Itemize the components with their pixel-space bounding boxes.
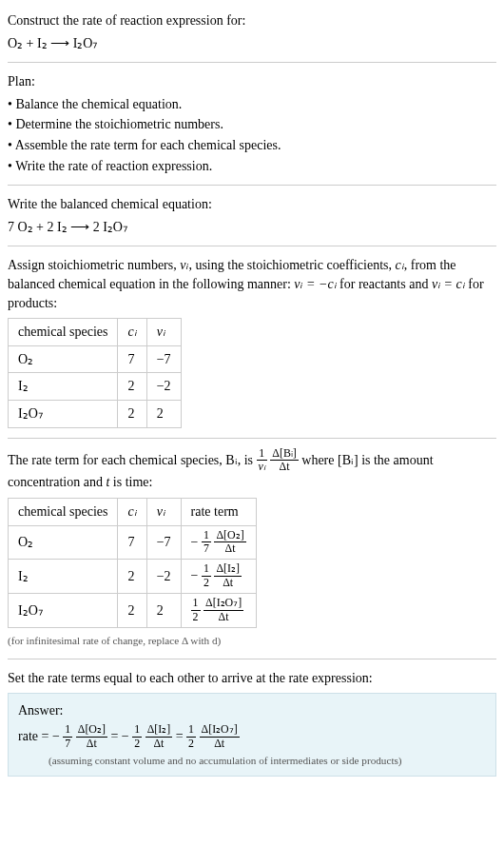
col-nu: νᵢ [146, 498, 181, 525]
cell-rateterm: − 17 Δ[O₂]Δt [181, 525, 256, 560]
plan-heading: Plan: [8, 72, 496, 91]
table-row: O₂ 7 −7 − 17 Δ[O₂]Δt [9, 525, 257, 560]
text: Assign stoichiometric numbers, [8, 258, 180, 272]
equals: = [110, 728, 121, 742]
delta-frac: Δ[O₂]Δt [214, 530, 245, 556]
divider [8, 185, 496, 186]
relation-products: νᵢ = cᵢ [432, 277, 465, 291]
cell-species: I₂ [9, 373, 118, 401]
answer-box: Answer: rate = − 17 Δ[O₂]Δt = − 12 Δ[I₂]… [8, 693, 496, 777]
frac-num: 1 [202, 530, 211, 543]
coef-frac: 12 [191, 598, 201, 623]
table-row: I₂O₇ 2 2 [9, 400, 182, 427]
frac-den: 7 [202, 542, 211, 555]
cell-c: 2 [118, 373, 146, 401]
final-heading: Set the rate terms equal to each other t… [8, 669, 496, 688]
cell-c: 2 [118, 594, 146, 628]
plan-item-text: Assemble the rate term for each chemical… [15, 138, 281, 152]
table-row: I₂ 2 −2 [9, 373, 182, 401]
plan-item: • Assemble the rate term for each chemic… [8, 136, 496, 155]
plan-item-text: Write the rate of reaction expression. [15, 159, 212, 173]
sign: − [122, 728, 129, 742]
table-row: I₂O₇ 2 2 12 Δ[I₂O₇]Δt [9, 594, 257, 628]
cell-rateterm: − 12 Δ[I₂]Δt [181, 560, 256, 594]
rate-expression: rate = − 17 Δ[O₂]Δt = − 12 Δ[I₂]Δt = 12 … [18, 724, 486, 750]
sign: − [52, 728, 60, 742]
table-row: I₂ 2 −2 − 12 Δ[I₂]Δt [9, 560, 257, 594]
text: for reactants and [337, 277, 432, 291]
frac-num: Δ[I₂] [145, 724, 173, 738]
coef-frac: 17 [63, 724, 72, 750]
col-c: cᵢ [118, 319, 146, 346]
sign: − [191, 568, 199, 582]
frac-num: 1 [63, 724, 72, 738]
cell-species: O₂ [9, 345, 118, 373]
col-c: cᵢ [118, 498, 146, 525]
stoich-table: chemical species cᵢ νᵢ O₂ 7 −7 I₂ 2 −2 I… [8, 318, 182, 427]
answer-label: Answer: [18, 701, 486, 720]
frac-num: Δ[O₂] [76, 724, 107, 738]
col-species: chemical species [9, 319, 118, 346]
table-row: O₂ 7 −7 [9, 345, 182, 373]
cell-c: 7 [118, 345, 146, 373]
frac-num: 1 [186, 724, 196, 738]
plan-item-text: Determine the stoichiometric numbers. [15, 117, 223, 131]
frac-den: Δt [270, 461, 299, 473]
frac-num: 1 [202, 563, 211, 577]
cell-rateterm: 12 Δ[I₂O₇]Δt [181, 594, 256, 628]
cell-nu: 2 [146, 400, 181, 427]
frac-num: 1 [132, 724, 142, 738]
prompt-equation: O₂ + I₂ ⟶ I₂O₇ [8, 34, 496, 53]
c-i: cᵢ [396, 258, 404, 272]
frac-num: Δ[I₂] [214, 563, 242, 577]
text: is time: [109, 475, 152, 489]
coef-frac: 12 [202, 563, 211, 589]
relation-reactants: νᵢ = −cᵢ [294, 277, 336, 291]
cell-c: 2 [118, 560, 146, 594]
frac-num: 1 [257, 448, 267, 462]
assumption-note: (assuming constant volume and no accumul… [48, 754, 486, 769]
coef-frac: 17 [202, 530, 211, 556]
cell-nu: −2 [146, 373, 181, 401]
frac-den: 2 [186, 738, 196, 750]
frac-num: Δ[I₂O₇] [204, 598, 243, 611]
coef-frac: 12 [186, 724, 196, 750]
cell-c: 2 [118, 400, 146, 427]
cell-c: 7 [118, 525, 146, 560]
divider [8, 62, 496, 63]
frac-den: 2 [132, 738, 142, 750]
rate-label: rate = [18, 728, 52, 742]
frac-den: Δt [200, 738, 240, 750]
plan-item-text: Balance the chemical equation. [15, 97, 182, 111]
text: , using the stoichiometric coefficients, [188, 258, 395, 272]
cell-species: I₂ [9, 560, 118, 594]
delta-frac: Δ[I₂O₇]Δt [204, 598, 243, 623]
divider [8, 246, 496, 246]
balanced-heading: Write the balanced chemical equation: [8, 195, 496, 214]
prompt-heading: Construct the rate of reaction expressio… [8, 11, 496, 30]
frac-den: Δt [214, 577, 242, 589]
table-header-row: chemical species cᵢ νᵢ rate term [9, 498, 257, 525]
sign: − [191, 534, 199, 548]
equals: = [176, 728, 186, 742]
col-species: chemical species [9, 498, 118, 525]
delta-frac: Δ[O₂]Δt [76, 724, 107, 750]
frac-den: Δt [214, 542, 245, 555]
frac-num: Δ[I₂O₇] [200, 724, 240, 738]
delta-frac: Δ[I₂]Δt [145, 724, 173, 750]
balanced-equation: 7 O₂ + 2 I₂ ⟶ 2 I₂O₇ [8, 218, 496, 237]
stoich-heading: Assign stoichiometric numbers, νᵢ, using… [8, 256, 496, 312]
cell-nu: −7 [146, 345, 181, 373]
text: The rate term for each chemical species,… [8, 452, 257, 466]
cell-nu: −2 [146, 560, 181, 594]
rateterm-table: chemical species cᵢ νᵢ rate term O₂ 7 −7… [8, 498, 257, 628]
divider [8, 659, 496, 659]
cell-nu: 2 [146, 594, 181, 628]
table-header-row: chemical species cᵢ νᵢ [9, 319, 182, 346]
plan-item: • Write the rate of reaction expression. [8, 157, 496, 176]
cell-species: O₂ [9, 525, 118, 560]
coef-frac: 12 [132, 724, 142, 750]
plan-item: • Balance the chemical equation. [8, 95, 496, 114]
cell-species: I₂O₇ [9, 400, 118, 427]
frac-delta-b-over-t: Δ[Bᵢ]Δt [270, 448, 299, 474]
